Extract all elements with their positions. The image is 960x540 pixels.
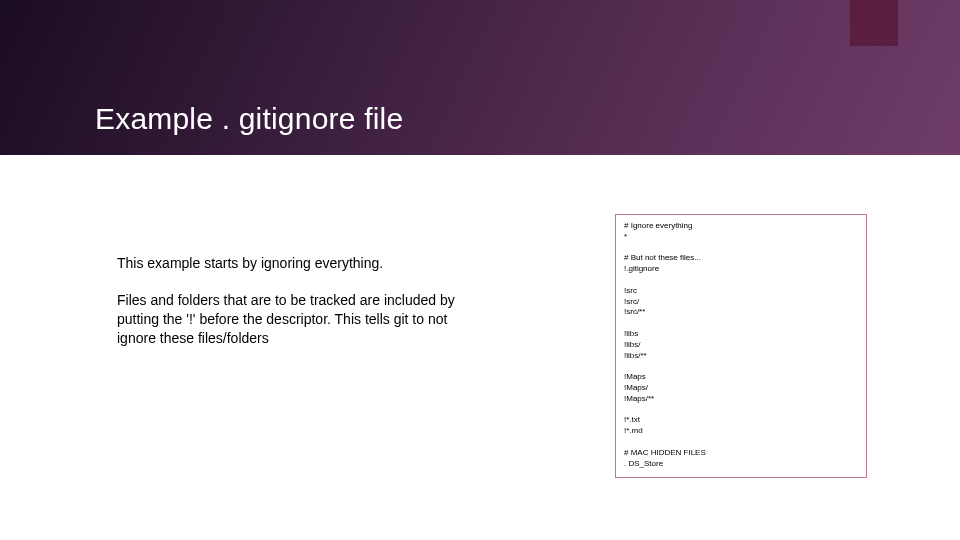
body-paragraph-1: This example starts by ignoring everythi… <box>117 254 477 273</box>
slide-title: Example . gitignore file <box>95 102 403 136</box>
body-text: This example starts by ignoring everythi… <box>117 254 477 366</box>
body-paragraph-2: Files and folders that are to be tracked… <box>117 291 477 348</box>
accent-tab <box>850 0 898 46</box>
gitignore-code-box: # Ignore everything * # But not these fi… <box>615 214 867 478</box>
gitignore-code: # Ignore everything * # But not these fi… <box>624 221 858 469</box>
slide: Example . gitignore file This example st… <box>0 0 960 540</box>
